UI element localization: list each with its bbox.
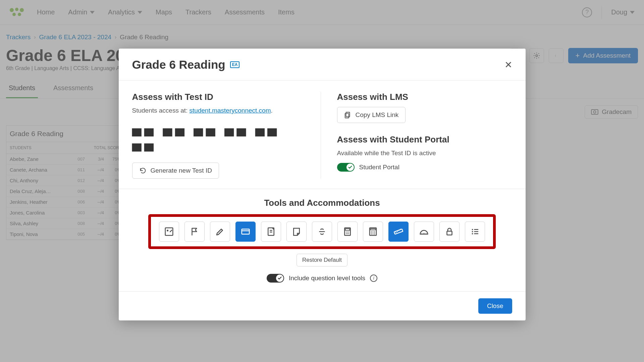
- svg-point-32: [374, 233, 375, 234]
- tools-highlight-box: [148, 214, 496, 249]
- tools-section: Tools and Accommodations Restore Default…: [119, 189, 526, 291]
- svg-rect-18: [345, 229, 350, 230]
- tool-calculator-scientific[interactable]: [363, 222, 383, 242]
- modal-header: Grade 6 Reading EA ✕: [119, 49, 526, 80]
- assess-lms-title: Assess with LMS: [337, 92, 512, 102]
- toggle-knob: [346, 164, 354, 171]
- tool-line-reader[interactable]: [465, 222, 485, 242]
- student-portal-toggle[interactable]: [337, 163, 355, 172]
- restore-default-button[interactable]: Restore Default: [297, 254, 347, 266]
- modal-title-text: Grade 6 Reading: [132, 58, 225, 71]
- svg-rect-37: [447, 231, 452, 235]
- tool-notepad[interactable]: [261, 222, 281, 242]
- svg-rect-36: [394, 229, 403, 234]
- svg-rect-14: [165, 228, 173, 236]
- strikethrough-icon: [317, 227, 327, 237]
- ea-badge: EA: [230, 61, 240, 68]
- line-reader-icon: [470, 227, 480, 237]
- include-row: Include question level tools i: [132, 274, 512, 283]
- svg-point-19: [346, 232, 347, 233]
- svg-point-21: [348, 232, 350, 233]
- tool-protractor[interactable]: [414, 222, 434, 242]
- check-icon: [348, 165, 353, 170]
- svg-rect-12: [346, 112, 350, 117]
- svg-point-40: [472, 233, 473, 234]
- tool-ruler[interactable]: [388, 222, 409, 242]
- tool-highlighter[interactable]: [210, 222, 230, 242]
- calculator-basic-icon: [342, 227, 353, 237]
- svg-rect-13: [345, 113, 348, 118]
- protractor-icon: [419, 227, 429, 237]
- svg-point-38: [472, 229, 473, 230]
- toggle-knob: [276, 275, 283, 282]
- svg-point-30: [371, 233, 372, 234]
- tool-calculator-basic[interactable]: [337, 222, 358, 242]
- refresh-icon: [139, 167, 147, 174]
- svg-point-33: [371, 234, 372, 235]
- svg-point-28: [373, 231, 374, 232]
- svg-point-20: [347, 232, 348, 233]
- notepad-icon: [266, 227, 276, 237]
- svg-point-35: [374, 234, 375, 235]
- tool-scratchpad[interactable]: [159, 222, 179, 242]
- svg-rect-15: [242, 229, 250, 234]
- svg-point-27: [371, 231, 372, 232]
- generate-test-id-button[interactable]: Generate new Test ID: [132, 163, 219, 179]
- svg-point-34: [373, 234, 374, 235]
- generate-label: Generate new Test ID: [151, 167, 212, 174]
- svg-point-22: [346, 233, 347, 234]
- ruler-icon: [393, 227, 404, 237]
- lock-icon: [444, 227, 454, 237]
- svg-point-29: [374, 231, 375, 232]
- svg-point-39: [472, 231, 473, 232]
- modal-overlay: Grade 6 Reading EA ✕ Assess with Test ID…: [0, 0, 644, 362]
- access-link[interactable]: student.masteryconnect.com: [190, 107, 271, 114]
- right-column: Assess with LMS Copy LMS Link Assess wit…: [321, 92, 512, 179]
- include-question-tools-toggle[interactable]: [267, 274, 284, 283]
- tools-row: [159, 222, 485, 242]
- copy-icon: [344, 111, 352, 119]
- sticky-note-icon: [291, 227, 302, 237]
- copy-lms-label: Copy LMS Link: [356, 111, 399, 119]
- assess-testid-title: Assess with Test ID: [132, 92, 307, 102]
- test-id-placeholder: ▄▄ ▄▄ ▄▄ ▄▄ ▄▄ ▄▄: [132, 120, 307, 150]
- close-icon[interactable]: ✕: [504, 59, 512, 70]
- scratchpad-icon: [164, 227, 174, 237]
- info-icon[interactable]: i: [370, 275, 377, 282]
- modal-title: Grade 6 Reading EA: [132, 58, 240, 71]
- include-label: Include question level tools: [289, 275, 365, 282]
- tool-flag[interactable]: [184, 222, 205, 242]
- svg-point-23: [347, 233, 348, 234]
- svg-point-24: [348, 233, 350, 234]
- calculator-scientific-icon: [368, 227, 378, 237]
- portal-toggle-row: Student Portal: [337, 163, 512, 172]
- modal-body: Assess with Test ID Students access at: …: [119, 80, 526, 189]
- assess-modal: Grade 6 Reading EA ✕ Assess with Test ID…: [119, 49, 526, 320]
- highlighter-icon: [215, 227, 225, 237]
- assess-portal-title: Assess with Student Portal: [337, 134, 512, 145]
- modal-footer: Close: [119, 291, 526, 320]
- flag-icon: [190, 227, 200, 237]
- access-suffix: .: [271, 107, 272, 114]
- tool-lock[interactable]: [439, 222, 460, 242]
- access-prefix: Students access at:: [132, 107, 190, 114]
- copy-lms-link-button[interactable]: Copy LMS Link: [337, 107, 406, 123]
- svg-rect-26: [371, 229, 376, 230]
- tool-strikethrough[interactable]: [312, 222, 332, 242]
- portal-note: Available while the Test ID is active: [337, 149, 512, 157]
- tool-sticky-note[interactable]: [286, 222, 307, 242]
- assess-testid-section: Assess with Test ID Students access at: …: [132, 92, 321, 179]
- tool-color-theme[interactable]: [235, 222, 256, 242]
- color-theme-icon: [240, 227, 251, 237]
- close-button[interactable]: Close: [478, 298, 512, 314]
- portal-toggle-label: Student Portal: [359, 164, 399, 171]
- access-text: Students access at: student.masteryconne…: [132, 107, 307, 114]
- svg-point-31: [373, 233, 374, 234]
- check-icon: [277, 276, 282, 281]
- tools-title: Tools and Accommodations: [132, 198, 512, 208]
